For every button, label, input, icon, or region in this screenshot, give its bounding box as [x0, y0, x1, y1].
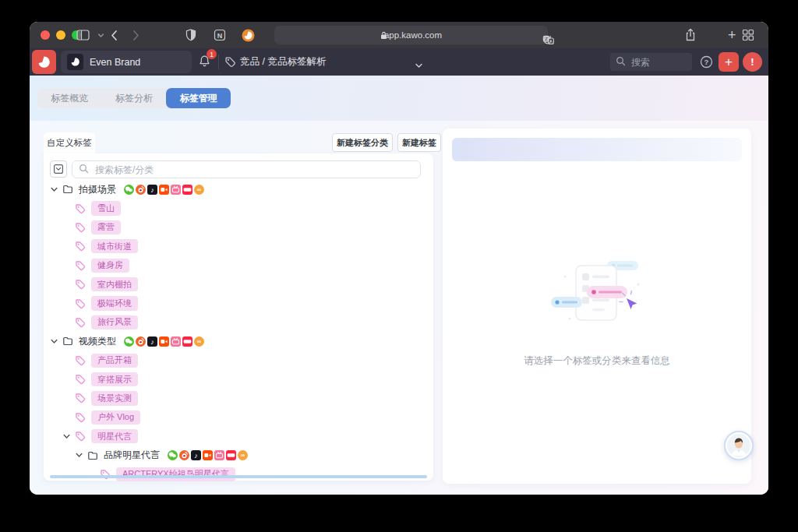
- tag-row[interactable]: 明星代言: [44, 427, 433, 446]
- weibo-icon: [136, 185, 146, 195]
- tab-2[interactable]: 标签分析: [102, 88, 167, 108]
- desktop-background: N app.kawo.com 文A: [0, 0, 798, 532]
- wechat-channels-icon: ∞: [238, 450, 248, 460]
- tab-3[interactable]: 标签管理: [166, 88, 231, 108]
- bilibili-icon: [214, 450, 224, 460]
- tag-icon: [75, 203, 87, 214]
- empty-state: 请选择一个标签或分类来查看信息: [443, 259, 751, 368]
- close-window-button[interactable]: [41, 30, 50, 40]
- chevron-down-icon[interactable]: [75, 451, 84, 460]
- support-avatar-button[interactable]: [724, 431, 754, 460]
- category-row[interactable]: 品牌明星代言♪∞: [44, 446, 433, 464]
- xiaohongshu-icon: [182, 336, 192, 347]
- svg-text:∞: ∞: [197, 186, 202, 193]
- tag-icon: [224, 56, 236, 71]
- page-content: 标签概览标签分析标签管理 自定义标签 新建标签分类 新建标签 拍摄场景♪∞雪山露…: [30, 76, 768, 495]
- tag-row[interactable]: 雪山: [44, 199, 433, 217]
- tag-tree: 拍摄场景♪∞雪山露营城市街道健身房室内棚拍极端环境旅行风景视频类型♪∞产品开箱穿…: [44, 180, 433, 484]
- svg-text:♪: ♪: [194, 452, 197, 460]
- detail-header-placeholder: [452, 138, 742, 161]
- weibo-icon: [136, 336, 146, 347]
- platform-icons: ♪∞: [168, 450, 248, 460]
- tag-row[interactable]: 城市街道: [44, 237, 433, 255]
- tag-pill[interactable]: 产品开箱: [91, 354, 138, 368]
- global-search[interactable]: [610, 53, 692, 71]
- tag-row[interactable]: 户外 Vlog: [44, 408, 433, 427]
- svg-text:N: N: [217, 32, 223, 40]
- tag-pill[interactable]: 室内棚拍: [91, 277, 138, 291]
- browser-window: N app.kawo.com 文A: [30, 22, 768, 495]
- kuaishou-icon: [159, 336, 169, 347]
- tag-pill[interactable]: 旅行风景: [91, 315, 138, 329]
- tag-icon: [75, 260, 87, 271]
- tag-pill[interactable]: 穿搭展示: [91, 372, 138, 386]
- new-tab-icon[interactable]: +: [728, 22, 736, 48]
- tag-row[interactable]: 产品开箱: [44, 351, 433, 370]
- tag-icon: [75, 279, 87, 290]
- create-button[interactable]: +: [719, 52, 739, 72]
- svg-text:♪: ♪: [150, 186, 154, 194]
- tab-custom-tags[interactable]: 自定义标签: [44, 132, 95, 153]
- tag-icon: [75, 431, 87, 442]
- empty-illustration: [546, 259, 648, 328]
- chevron-down-icon[interactable]: [62, 432, 72, 441]
- new-tag-button[interactable]: 新建标签: [397, 133, 441, 152]
- tag-management-panel: 拍摄场景♪∞雪山露营城市街道健身房室内棚拍极端环境旅行风景视频类型♪∞产品开箱穿…: [44, 153, 433, 481]
- horizontal-scrollbar[interactable]: [50, 475, 427, 478]
- wechat-icon: [124, 185, 134, 195]
- platform-icons: ♪∞: [124, 185, 204, 195]
- tag-icon: [75, 241, 87, 252]
- category-label: 拍摄场景: [79, 183, 116, 196]
- new-tag-category-button[interactable]: 新建标签分类: [332, 133, 393, 152]
- chevron-down-icon[interactable]: [50, 337, 59, 346]
- tag-row[interactable]: 健身房: [44, 256, 433, 275]
- douyin-icon: ♪: [147, 185, 157, 195]
- weibo-icon: [179, 450, 189, 460]
- workspace-selector[interactable]: 竞品 / 竞品标签解析: [240, 48, 326, 76]
- left-panel-actions: 新建标签分类 新建标签: [332, 133, 441, 152]
- kawo-logo[interactable]: [32, 50, 56, 74]
- search-icon: [79, 163, 89, 177]
- tag-row[interactable]: 极端环境: [44, 294, 433, 312]
- chevron-down-icon[interactable]: [50, 185, 59, 194]
- tag-pill[interactable]: 场景实测: [91, 391, 138, 405]
- user-avatar[interactable]: !: [743, 52, 762, 72]
- global-search-input[interactable]: [630, 56, 687, 69]
- svg-text:∞: ∞: [197, 338, 202, 345]
- tag-icon: [75, 355, 87, 366]
- empty-message: 请选择一个标签或分类来查看信息: [524, 354, 670, 368]
- help-icon[interactable]: ?: [700, 55, 713, 72]
- tag-pill[interactable]: 极端环境: [91, 296, 138, 310]
- collapse-all-button[interactable]: [50, 160, 67, 178]
- tag-icon: [75, 412, 87, 423]
- brand-selector[interactable]: Even Brand: [61, 51, 192, 73]
- tag-search[interactable]: [72, 160, 421, 178]
- tag-pill[interactable]: 城市街道: [91, 239, 138, 253]
- tag-icon: [75, 298, 87, 309]
- minimize-window-button[interactable]: [56, 30, 65, 40]
- bilibili-icon: [171, 185, 181, 195]
- tag-row[interactable]: 穿搭展示: [44, 370, 433, 389]
- notification-badge: 1: [207, 49, 217, 59]
- tag-row[interactable]: 场景实测: [44, 389, 433, 407]
- folder-icon: [62, 184, 74, 195]
- tag-pill[interactable]: 健身房: [91, 259, 129, 273]
- url-bar[interactable]: app.kawo.com 文A: [274, 26, 548, 44]
- tag-pill[interactable]: 明星代言: [91, 429, 138, 443]
- tag-row[interactable]: 旅行风景: [44, 313, 433, 332]
- tag-pill[interactable]: 露营: [91, 220, 121, 234]
- douyin-icon: ♪: [191, 450, 201, 460]
- tab-1[interactable]: 标签概览: [37, 88, 102, 108]
- tag-row[interactable]: 露营: [44, 218, 433, 237]
- tag-search-input[interactable]: [94, 164, 414, 176]
- folder-icon: [62, 336, 74, 347]
- tag-row[interactable]: 室内棚拍: [44, 275, 433, 294]
- tag-pill[interactable]: 户外 Vlog: [91, 410, 140, 425]
- category-row[interactable]: 拍摄场景♪∞: [44, 180, 433, 199]
- header-divider: [218, 55, 219, 69]
- brand-name: Even Brand: [90, 57, 140, 68]
- chevron-down-icon[interactable]: [415, 59, 423, 73]
- tag-pill[interactable]: 雪山: [91, 201, 121, 215]
- folder-icon: [87, 450, 99, 461]
- category-row[interactable]: 视频类型♪∞: [44, 332, 433, 351]
